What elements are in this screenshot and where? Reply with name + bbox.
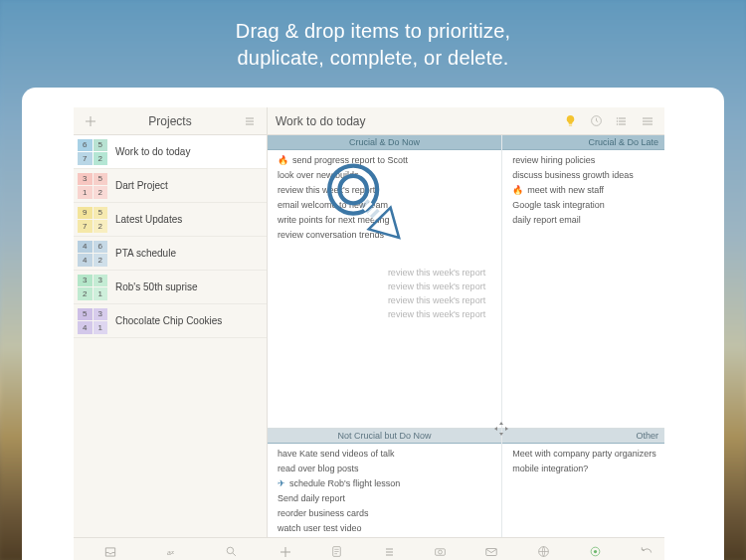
task-text: Meet with company party organizers [512,449,656,459]
sidebar: Projects 6572Work to do today3512Dart Pr… [74,107,268,537]
task-text: reorder business cards [278,508,369,518]
task-item[interactable]: review hiring policies [512,152,658,167]
notes-icon[interactable] [329,544,345,560]
task-item[interactable]: Meet with company party organizers [512,446,658,461]
project-item[interactable]: 3321Rob's 50th suprise [74,271,267,304]
add-task-icon[interactable] [278,544,293,560]
task-text: send progress report to Scott [292,155,408,165]
headline-line-1: Drag & drop items to prioritize, [0,18,746,45]
svg-point-10 [227,547,234,554]
record-icon[interactable] [587,544,603,560]
task-item[interactable]: ✈schedule Rob's flight lesson [278,475,495,490]
task-item[interactable]: 🔥send progress report to Scott [278,152,495,167]
task-item[interactable]: mobile integration? [512,461,658,475]
priority-matrix: Crucial & Do Now 🔥send progress report t… [268,135,664,537]
drag-ghost-item: review this week's report [274,266,495,280]
mail-icon[interactable] [483,544,499,560]
inbox-icon[interactable] [102,544,118,560]
quadrant-not-crucial-do-now[interactable]: Not Crucial but Do Now have Kate send vi… [268,428,502,537]
tablet-frame: Projects 6572Work to do today3512Dart Pr… [22,88,724,560]
svg-point-1 [617,117,618,118]
add-project-button[interactable] [82,112,99,130]
task-item[interactable]: review this week's report [278,182,495,197]
q4-header: Other [502,429,664,444]
quadrant-resize-handle[interactable] [492,420,510,438]
task-text: review hiring policies [512,155,595,165]
project-matrix-icon: 3512 [78,173,107,199]
task-text: email welcome to new team [278,200,388,210]
headline-line-2: duplicate, complete, or delete. [0,45,746,72]
task-item[interactable]: watch user test video [278,520,495,535]
project-label: Rob's 50th suprise [115,281,198,292]
project-item[interactable]: 9572Latest Updates [74,203,267,237]
clock-icon[interactable] [587,112,605,130]
task-item[interactable]: 🔥meet with new staff [512,182,658,197]
project-matrix-icon: 4642 [78,241,107,267]
task-text: Send daily report [278,493,345,503]
project-matrix-icon: 3321 [78,275,107,300]
main-header: Work to do today [268,107,664,135]
sidebar-list-icon[interactable] [241,112,259,130]
task-text: meet with new staff [527,185,604,195]
task-item[interactable]: have Kate send videos of talk [278,446,495,461]
task-item[interactable]: read over blog posts [278,461,495,475]
q4-tasks: Meet with company party organizersmobile… [502,444,664,477]
project-list: 6572Work to do today3512Dart Project9572… [74,135,267,537]
tablet-home-button[interactable] [672,322,700,350]
list-view-icon[interactable] [613,112,631,130]
idea-icon[interactable] [561,112,579,130]
marketing-headline: Drag & drop items to prioritize, duplica… [0,18,746,72]
list-icon[interactable] [381,544,397,560]
project-label: PTA schedule [115,248,176,259]
task-item[interactable]: reorder business cards [278,505,495,520]
main-panel: Work to do today [268,107,664,537]
task-text: daily report email [512,215,581,225]
project-label: Dart Project [115,180,168,191]
search-icon[interactable] [224,544,240,560]
undo-icon[interactable] [639,544,654,560]
task-text: schedule Rob's flight lesson [289,478,400,488]
project-item[interactable]: 5341Chocolate Chip Cookies [74,304,267,338]
plane-icon: ✈ [278,478,285,488]
task-text: discuss business growth ideas [512,170,634,180]
q3-header: Not Crucial but Do Now [268,429,501,444]
quadrant-crucial-do-now[interactable]: Crucial & Do Now 🔥send progress report t… [268,135,502,428]
task-item[interactable]: Send daily report [278,490,495,505]
task-item[interactable]: look over new builds [278,167,495,182]
task-text: review conversation trends [278,230,384,240]
task-item[interactable]: review conversation trends [278,227,495,242]
task-text: write points for next meeting [278,215,390,225]
svg-point-13 [439,550,443,554]
project-label: Latest Updates [115,214,182,225]
tablet-camera [62,333,68,339]
project-matrix-icon: 6572 [78,139,107,165]
sort-az-icon[interactable]: az [163,544,179,560]
q2-tasks: review hiring policiesdiscuss business g… [502,150,664,229]
task-text: watch user test video [278,523,362,533]
project-item[interactable]: 4642PTA schedule [74,237,267,271]
svg-point-3 [617,123,618,124]
quadrant-crucial-do-later[interactable]: Crucial & Do Late review hiring policies… [502,135,664,428]
camera-icon[interactable] [433,544,449,560]
task-item[interactable]: email welcome to new team [278,197,495,212]
menu-icon[interactable] [639,112,656,130]
task-item[interactable]: discuss business growth ideas [512,167,658,182]
project-label: Work to do today [115,146,190,157]
globe-icon[interactable] [535,544,551,560]
sidebar-title: Projects [107,114,233,128]
project-item[interactable]: 3512Dart Project [74,169,267,203]
task-item[interactable]: write points for next meeting [278,212,495,227]
task-item[interactable]: daily report email [512,212,658,227]
q1-drag-ghosts: review this week's reportreview this wee… [268,244,501,329]
task-text: review this week's report [278,185,375,195]
quadrant-other[interactable]: Other Meet with company party organizers… [502,428,664,537]
fire-icon: 🔥 [278,155,288,165]
q1-tasks: 🔥send progress report to Scottlook over … [268,150,501,244]
sidebar-header: Projects [74,107,267,135]
svg-point-2 [617,120,618,121]
svg-rect-12 [436,549,446,556]
bottom-toolbar: az [74,537,664,560]
task-item[interactable]: Google task integration [512,197,658,212]
project-item[interactable]: 6572Work to do today [74,135,267,169]
q2-header: Crucial & Do Late [502,135,664,150]
